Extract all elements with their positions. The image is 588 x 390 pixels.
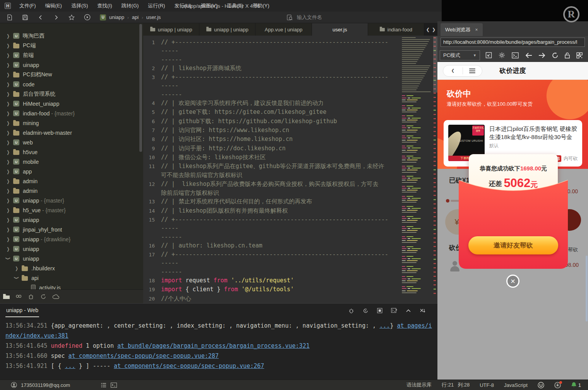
chevron-right-icon[interactable]: ❯ [6, 140, 11, 145]
chevron-right-icon[interactable]: ❯ [6, 246, 11, 251]
editor-tab-user.js[interactable]: user.js [312, 23, 368, 36]
devtools-icon[interactable] [512, 52, 519, 58]
menu-视图[interactable]: 视图(V) [196, 0, 222, 12]
menu-编辑[interactable]: 编辑(E) [41, 0, 67, 12]
menu-查找[interactable]: 查找(I) [93, 0, 117, 12]
breadcrumb-folder[interactable]: api [132, 14, 139, 20]
new-file-icon[interactable] [4, 13, 15, 22]
popup-close-button[interactable]: ✕ [506, 275, 519, 288]
console-restart-icon[interactable] [363, 308, 369, 314]
reload-icon[interactable] [552, 52, 558, 58]
chevron-right-icon[interactable]: ❯ [6, 149, 11, 155]
tree-item-uniapp[interactable]: ❯Uuniapp [0, 254, 143, 263]
chevron-right-icon[interactable]: ❯ [6, 120, 11, 125]
chevron-right-icon[interactable]: ❯ [6, 82, 11, 87]
tree-item-jinpai_yhyl_front[interactable]: ❯Ujinpai_yhyl_front [0, 225, 143, 234]
search-icon[interactable] [12, 294, 25, 300]
tree-item-PC归档New[interactable]: ❯PC归档New [0, 70, 143, 79]
tree-item-h5vue[interactable]: ❯h5vue [0, 147, 143, 157]
tree-item-mining[interactable]: ❯mining [0, 118, 143, 128]
chevron-right-icon[interactable]: ❯ [6, 237, 11, 242]
forward-icon[interactable] [50, 13, 62, 22]
encoding-label[interactable]: UTF-8 [480, 382, 494, 388]
browser-scrollbar[interactable] [586, 256, 588, 321]
chevron-right-icon[interactable]: ❯ [6, 227, 11, 232]
chevron-right-icon[interactable]: ❯ [6, 43, 11, 48]
debug-icon[interactable] [25, 294, 37, 300]
back-button[interactable]: ‹ [443, 67, 463, 75]
lock-icon[interactable] [565, 52, 570, 58]
source-link[interactable]: ... [65, 363, 75, 369]
menu-工具[interactable]: 工具(T) [222, 0, 248, 12]
menu-选择[interactable]: 选择(S) [67, 0, 93, 12]
tree-item-code[interactable]: ❯Ucode [0, 79, 143, 89]
chevron-down-icon[interactable]: ❯ [14, 275, 19, 280]
tree-item-indian-food[interactable]: ❯Uindian-food- {master} [0, 108, 143, 118]
chevron-right-icon[interactable]: ❯ [6, 101, 11, 106]
refresh-icon[interactable] [37, 294, 50, 300]
tree-item-HiMeet_uniapp[interactable]: ❯UHiMeet_uniapp [0, 99, 143, 108]
chevron-right-icon[interactable]: ❯ [432, 27, 435, 32]
tree-item-api[interactable]: ❯api [0, 273, 143, 283]
cloud-icon[interactable] [50, 294, 62, 299]
cursor-line[interactable]: 行:21 [442, 381, 454, 388]
source-link[interactable]: at components/spec-popup/spec-popup.vue:… [114, 363, 264, 369]
gear-icon[interactable] [499, 52, 505, 58]
sidebar-scrollbar[interactable] [139, 24, 142, 152]
source-link[interactable]: ... [379, 322, 390, 329]
back-icon[interactable] [35, 13, 46, 22]
chevron-right-icon[interactable]: ❯ [6, 208, 11, 213]
save-icon[interactable] [19, 13, 31, 22]
breadcrumb-project[interactable]: uniapp [109, 14, 124, 20]
chevron-right-icon[interactable]: ❯ [14, 266, 19, 271]
chevron-right-icon[interactable]: ❯ [6, 33, 11, 38]
tree-item-嗨淘巴西[interactable]: ❯U嗨淘巴西 [0, 31, 143, 41]
tree-item-前端[interactable]: ❯U前端 [0, 50, 143, 60]
code-editor[interactable]: 1// +-----------------------------------… [143, 36, 437, 303]
console-tab[interactable]: uniapp - Web [5, 304, 39, 317]
url-input[interactable]: http://localhost:8080/mobile/bundle/page… [441, 38, 585, 47]
invite-friends-button[interactable]: 邀请好友帮砍 [468, 236, 558, 254]
menu-文件[interactable]: 文件(F) [15, 0, 41, 12]
console-debug-icon[interactable] [348, 308, 354, 314]
update-icon[interactable] [554, 382, 561, 388]
notification-bell-icon[interactable]: 1 [571, 382, 581, 388]
device-mode-select[interactable]: PC模式 ▼ [440, 50, 480, 60]
source-link[interactable]: at bundle/pages/bargain_process/bargain_… [117, 342, 310, 349]
tree-item-admin[interactable]: ❯admin [0, 176, 143, 186]
chevron-right-icon[interactable]: ❯ [6, 217, 11, 222]
chevron-left-icon[interactable]: ❮ [426, 27, 430, 32]
tree-item-mobile[interactable]: ❯Umobile [0, 157, 143, 167]
tree-item-uniapp[interactable]: ❯Uuniapp- {drawkline} [0, 234, 143, 244]
language-label[interactable]: JavaScript [504, 382, 528, 388]
terminal-icon[interactable] [111, 383, 117, 388]
account-email[interactable]: 1735031199@qq.com [21, 382, 70, 388]
cursor-col[interactable]: 列:28 [458, 381, 470, 388]
chevron-right-icon[interactable]: ❯ [6, 179, 11, 184]
tree-item-uniapp[interactable]: ❯Uuniapp [0, 215, 143, 225]
tree-item-h5_vue[interactable]: ❯h5_vue- {master} [0, 205, 143, 215]
editor-tab-uniapp[interactable]: uniapp | uniapp [199, 23, 255, 36]
menu-跳转[interactable]: 跳转(G) [117, 0, 144, 12]
console-collapse-icon[interactable] [406, 309, 411, 313]
close-icon[interactable]: × [475, 27, 478, 33]
breadcrumb-file[interactable]: user.js [146, 14, 161, 20]
chevron-right-icon[interactable]: ❯ [6, 169, 11, 174]
tree-item-后台管理系统[interactable]: ❯后台管理系统 [0, 89, 143, 99]
uni-icon[interactable] [538, 382, 544, 388]
minimap[interactable] [402, 37, 432, 302]
menu-发行[interactable]: 发行(U) [170, 0, 196, 12]
outline-icon[interactable] [101, 383, 107, 388]
chevron-right-icon[interactable]: ❯ [6, 62, 11, 67]
menu-运行[interactable]: 运行(R) [143, 0, 170, 12]
tree-item-eladmin-web-master[interactable]: ❯eladmin-web-master [0, 128, 143, 137]
editor-tab-uniapp[interactable]: uniapp | uniapp [143, 23, 199, 36]
tree-item-.hbuilderx[interactable]: ❯.hbuilderx [0, 263, 143, 273]
run-icon[interactable] [81, 13, 93, 22]
tab-scroll-arrows[interactable]: ❮❯ [424, 23, 437, 36]
source-link[interactable]: at components/spec-popup/spec-popup.vue:… [69, 352, 219, 359]
project-manager-icon[interactable] [0, 294, 12, 300]
nav-forward-icon[interactable] [538, 53, 545, 58]
file-search-input[interactable]: 输入文件名 [286, 13, 414, 22]
qr-code-icon[interactable] [576, 52, 583, 58]
